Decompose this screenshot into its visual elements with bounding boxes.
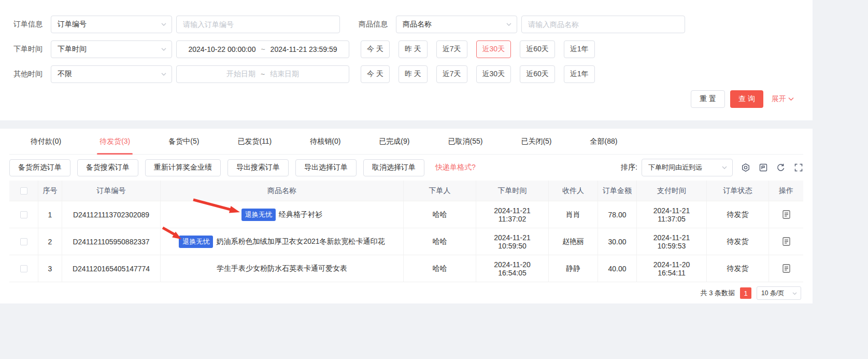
page-size-select[interactable]: 10 条/页: [757, 286, 801, 300]
tab-completed[interactable]: 已完成(9): [360, 129, 429, 154]
row-checkbox-cell: [9, 201, 38, 228]
order-time-start: 2024-10-22 00:00:00: [188, 45, 255, 53]
column-settings-icon[interactable]: [759, 163, 768, 172]
buyer: 哈哈: [404, 255, 476, 282]
export-searched-button[interactable]: 导出搜索订单: [227, 159, 289, 176]
row-checkbox[interactable]: [20, 238, 27, 245]
range-separator: ~: [261, 70, 265, 78]
product-name: 奶油系粉色加绒加厚卫衣女2021冬新款宽松卡通印花: [216, 237, 385, 246]
expand-label: 展开: [772, 94, 786, 104]
tab-cancelled[interactable]: 已取消(55): [429, 129, 502, 154]
gear-icon[interactable]: [741, 163, 750, 172]
row-checkbox-cell: [9, 255, 38, 282]
quick-7days-button[interactable]: 近7天: [436, 65, 467, 83]
order-status: 待发货: [707, 201, 769, 228]
quick-today-button[interactable]: 今 天: [361, 65, 390, 83]
prepare-searched-button[interactable]: 备货搜索订单: [77, 159, 138, 176]
quick-30days-button[interactable]: 近30天: [476, 65, 511, 83]
row-checkbox-cell: [9, 228, 38, 255]
filter-row-info: 订单信息 订单编号 商品信息 商品名称: [13, 16, 800, 33]
order-info-select-value: 订单编号: [58, 20, 87, 29]
order-status: 待发货: [707, 255, 769, 282]
sort-select[interactable]: 下单时间由近到远: [642, 159, 733, 176]
header-status: 订单状态: [707, 181, 769, 201]
header-checkbox-cell: [9, 181, 38, 201]
chevron-down-icon: [161, 48, 166, 51]
order-no: D241121113702302089: [62, 201, 161, 228]
tab-closed[interactable]: 已关闭(5): [502, 129, 571, 154]
tab-all[interactable]: 全部(88): [571, 129, 637, 154]
other-time-label: 其他时间: [13, 70, 46, 79]
order-list-panel: 待付款(0) 待发货(3) 备货中(5) 已发货(11) 待核销(0) 已完成(…: [0, 129, 813, 303]
chevron-down-icon: [161, 73, 166, 76]
range-separator: ~: [261, 45, 265, 53]
quick-30days-button[interactable]: 近30天: [476, 40, 511, 58]
orders-table: 序号 订单编号 商品名称 下单人 下单时间 收件人 订单金额 支付时间 订单状态…: [9, 181, 803, 282]
chevron-down-icon: [792, 292, 797, 295]
order-no-input[interactable]: [176, 16, 340, 33]
other-time-end-placeholder: 结束日期: [270, 70, 299, 79]
row-checkbox[interactable]: [20, 211, 27, 218]
other-time-start-placeholder: 开始日期: [226, 70, 255, 79]
select-all-checkbox[interactable]: [20, 187, 27, 195]
buyer: 哈哈: [404, 201, 476, 228]
table-row: 2 D241121105950882337 退换无忧 奶油系粉色加绒加厚卫衣女2…: [9, 228, 803, 255]
reset-button[interactable]: 重 置: [691, 90, 725, 108]
chevron-down-icon: [506, 23, 511, 26]
pay-time: 2024-11-21 10:59:53: [637, 228, 707, 255]
operation-cell: [769, 255, 803, 282]
other-time-range-picker[interactable]: 开始日期 ~ 结束日期: [176, 65, 349, 83]
refresh-icon[interactable]: [776, 163, 786, 172]
product-name-input[interactable]: [521, 16, 685, 33]
search-button[interactable]: 查 询: [730, 90, 763, 108]
quick-yesterday-button[interactable]: 昨 天: [399, 40, 428, 58]
quick-yesterday-button[interactable]: 昨 天: [399, 65, 428, 83]
expand-link[interactable]: 展开: [772, 94, 794, 104]
header-product: 商品名称: [161, 181, 404, 201]
order-amount: 40.00: [598, 255, 637, 282]
recalc-bonus-button[interactable]: 重新计算奖金业绩: [145, 159, 221, 176]
quick-60days-button[interactable]: 近60天: [520, 40, 555, 58]
order-time: 2024-11-21 11:37:02: [476, 201, 549, 228]
quick-7days-button[interactable]: 近7天: [436, 40, 467, 58]
product-info-select[interactable]: 商品名称: [396, 16, 517, 33]
tab-preparing[interactable]: 备货中(5): [149, 129, 218, 154]
order-no: D241120165405147774: [62, 255, 161, 282]
order-detail-icon[interactable]: [782, 264, 791, 273]
export-selected-button[interactable]: 导出选择订单: [295, 159, 357, 176]
search-filter-panel: 订单信息 订单编号 商品信息 商品名称 下单时间 下单时间 2024-10-22…: [0, 0, 813, 120]
other-time-type-select[interactable]: 不限: [51, 65, 172, 83]
order-info-select[interactable]: 订单编号: [51, 16, 172, 33]
order-time-range-picker[interactable]: 2024-10-22 00:00:00 ~ 2024-11-21 23:59:5…: [176, 40, 349, 58]
row-checkbox[interactable]: [20, 265, 27, 272]
buyer: 哈哈: [404, 228, 476, 255]
order-time-type-select[interactable]: 下单时间: [51, 40, 172, 58]
tab-pending-verification[interactable]: 待核销(0): [291, 129, 360, 154]
header-order-no: 订单编号: [62, 181, 161, 201]
cancel-selected-button[interactable]: 取消选择订单: [363, 159, 424, 176]
header-order-time: 下单时间: [476, 181, 549, 201]
operation-cell: [769, 228, 803, 255]
sort-select-value: 下单时间由近到远: [648, 163, 702, 172]
status-tabs: 待付款(0) 待发货(3) 备货中(5) 已发货(11) 待核销(0) 已完成(…: [9, 129, 803, 155]
order-time-label: 下单时间: [13, 45, 46, 54]
quick-60days-button[interactable]: 近60天: [520, 65, 555, 83]
order-time-end: 2024-11-21 23:59:59: [271, 45, 337, 53]
prepare-selected-button[interactable]: 备货所选订单: [9, 159, 70, 176]
receiver: 赵艳丽: [549, 228, 598, 255]
express-format-link[interactable]: 快递单格式?: [435, 163, 476, 172]
pay-time: 2024-11-21 11:37:05: [637, 201, 707, 228]
row-index: 1: [38, 201, 62, 228]
quick-1year-button[interactable]: 近1年: [564, 40, 595, 58]
tab-pending-payment[interactable]: 待付款(0): [11, 129, 80, 154]
table-row: 1 D241121113702302089 退换无忧 经典格子衬衫 哈哈 202…: [9, 201, 803, 228]
order-detail-icon[interactable]: [782, 210, 791, 219]
quick-1year-button[interactable]: 近1年: [564, 65, 595, 83]
tab-shipped[interactable]: 已发货(11): [218, 129, 291, 154]
order-detail-icon[interactable]: [782, 237, 791, 246]
tab-pending-shipment[interactable]: 待发货(3): [80, 129, 149, 154]
page-number-button[interactable]: 1: [740, 287, 751, 299]
chevron-down-icon: [722, 166, 727, 170]
fullscreen-icon[interactable]: [794, 163, 803, 172]
quick-today-button[interactable]: 今 天: [361, 40, 390, 58]
